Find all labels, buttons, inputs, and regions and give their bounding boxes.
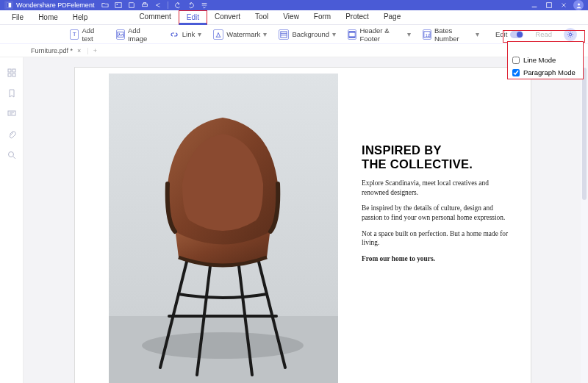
chevron-down-icon: ▾: [198, 30, 201, 38]
new-tab-button[interactable]: +: [89, 47, 101, 54]
paragraph-4: From our home to yours.: [362, 254, 509, 264]
svg-rect-4: [143, 4, 148, 6]
label: Background: [292, 30, 329, 38]
print-icon[interactable]: [141, 1, 148, 9]
line-mode-option[interactable]: Line Mode: [508, 54, 583, 66]
save-icon[interactable]: [128, 1, 135, 9]
close-icon[interactable]: [560, 1, 567, 9]
menu-help[interactable]: Help: [65, 12, 96, 23]
svg-rect-6: [547, 3, 552, 8]
search-icon[interactable]: [7, 150, 17, 160]
edit-settings-button[interactable]: [560, 26, 581, 43]
svg-rect-19: [8, 74, 11, 76]
dropdown-marker-icon[interactable]: [201, 1, 208, 9]
bookmark-icon[interactable]: [7, 88, 17, 99]
scrollbar-thumb[interactable]: [582, 68, 587, 200]
document-tab[interactable]: Furniture.pdf * ×: [25, 46, 87, 56]
folder-icon[interactable]: [101, 1, 109, 9]
titlebar-quick-icons: [101, 1, 208, 9]
background-button[interactable]: Background ▾: [275, 28, 340, 41]
label: Read: [535, 30, 552, 38]
chevron-down-icon: ▾: [407, 30, 411, 38]
close-icon[interactable]: ×: [77, 47, 81, 54]
link-button[interactable]: Link ▾: [165, 28, 205, 41]
svg-rect-13: [349, 36, 355, 37]
menubar: File Home Help Comment Edit Convert Tool…: [0, 10, 588, 25]
window-controls: [531, 1, 567, 9]
tab-convert[interactable]: Convert: [207, 10, 248, 25]
bates-icon: 12: [423, 29, 431, 40]
line-mode-checkbox[interactable]: [512, 57, 520, 64]
paragraph-2: Be inspired by the details of culture, d…: [362, 204, 509, 222]
minimize-icon[interactable]: [531, 1, 538, 9]
paragraph-1: Explore Scandinavia, meet local creative…: [362, 179, 509, 197]
paragraph-3: Not a space built on perfection. But a h…: [362, 229, 509, 248]
watermark-button[interactable]: Watermark ▾: [209, 28, 270, 41]
add-text-button[interactable]: T Add text: [66, 25, 108, 44]
redo-icon[interactable]: [187, 1, 195, 9]
document-name: Furniture.pdf *: [31, 47, 73, 54]
heading-2: THE COLLECTIVE.: [362, 157, 509, 171]
paragraph-mode-option[interactable]: Paragraph Mode: [508, 66, 583, 79]
label: Paragraph Mode: [523, 68, 576, 76]
svg-rect-21: [8, 111, 15, 115]
svg-rect-17: [8, 69, 11, 72]
left-sidebar: [0, 57, 24, 383]
attachment-icon[interactable]: [7, 129, 17, 140]
undo-icon[interactable]: [174, 1, 182, 9]
app-title: Wondershare PDFelement: [16, 1, 94, 9]
label: Header & Footer: [359, 26, 404, 43]
tab-protect[interactable]: Protect: [338, 10, 376, 25]
tab-edit[interactable]: Edit: [179, 10, 207, 25]
tab-form[interactable]: Form: [306, 10, 338, 25]
header-footer-icon: [348, 29, 356, 40]
vertical-scrollbar[interactable]: [581, 57, 588, 383]
label: Add text: [82, 26, 104, 43]
svg-text:12: 12: [425, 32, 429, 37]
svg-point-3: [117, 4, 118, 5]
gear-icon: [564, 28, 577, 41]
toggle-on-icon: [510, 31, 523, 38]
user-avatar[interactable]: [573, 0, 584, 10]
menu-home[interactable]: Home: [31, 12, 65, 23]
divider: [168, 1, 168, 9]
svg-rect-2: [115, 3, 121, 8]
edit-mode-dropdown: Line Mode Paragraph Mode: [507, 41, 584, 79]
canvas[interactable]: INSPIRED BY THE COLLECTIVE. Explore Scan…: [24, 57, 581, 383]
comments-icon[interactable]: [7, 109, 17, 119]
background-icon: [279, 29, 289, 40]
maximize-icon[interactable]: [545, 1, 553, 9]
heading-1: INSPIRED BY: [362, 143, 509, 157]
svg-point-22: [8, 152, 13, 157]
chevron-down-icon: ▾: [332, 30, 336, 38]
pdf-page[interactable]: INSPIRED BY THE COLLECTIVE. Explore Scan…: [75, 68, 531, 383]
dropdown-header: [508, 43, 583, 54]
bates-number-button[interactable]: 12 Bates Number ▾: [419, 25, 483, 44]
svg-rect-12: [349, 31, 355, 32]
tab-page[interactable]: Page: [376, 10, 408, 25]
document-tabstrip: Furniture.pdf * × | +: [0, 44, 588, 57]
edit-mode-toggle[interactable]: Edit: [492, 29, 527, 40]
add-image-button[interactable]: Add Image: [112, 25, 161, 44]
tab-tool[interactable]: Tool: [248, 10, 276, 25]
paragraph-mode-checkbox[interactable]: [512, 69, 520, 76]
tab-comment[interactable]: Comment: [132, 10, 178, 25]
svg-rect-1: [7, 3, 9, 7]
share-icon[interactable]: [154, 1, 162, 9]
svg-point-16: [569, 33, 571, 35]
article-text[interactable]: INSPIRED BY THE COLLECTIVE. Explore Scan…: [362, 143, 509, 264]
chevron-down-icon: ▾: [263, 30, 267, 38]
label: Edit: [495, 30, 507, 38]
label: Bates Number: [434, 26, 473, 43]
thumbnails-icon[interactable]: [7, 68, 17, 78]
svg-rect-18: [12, 69, 15, 72]
svg-rect-10: [281, 31, 287, 37]
text-icon: T: [70, 29, 79, 40]
chevron-down-icon: ▾: [476, 30, 479, 38]
read-mode-toggle[interactable]: Read: [531, 29, 556, 40]
menu-file[interactable]: File: [4, 12, 31, 23]
label: Add Image: [128, 26, 157, 43]
tab-view[interactable]: View: [276, 10, 306, 25]
header-footer-button[interactable]: Header & Footer ▾: [344, 25, 415, 44]
image-icon[interactable]: [115, 1, 122, 9]
